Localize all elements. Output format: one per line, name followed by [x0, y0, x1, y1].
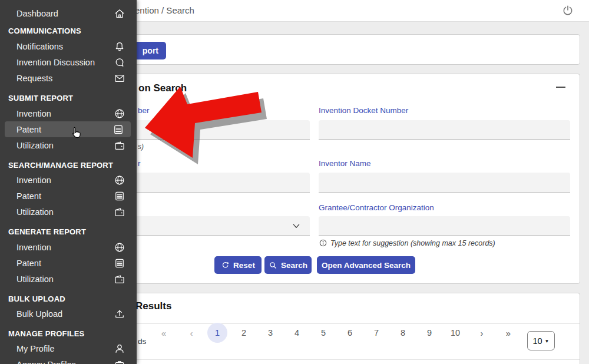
logout-power-button[interactable]: [561, 4, 574, 17]
collapse-icon[interactable]: [556, 87, 565, 88]
globe-icon: [114, 174, 125, 186]
pagination-first[interactable]: «: [154, 323, 174, 343]
upload-icon: [114, 308, 125, 320]
docket-number-input[interactable]: [319, 120, 570, 140]
sidebar-item-generate-patent[interactable]: Patent: [0, 255, 137, 271]
sidebar-item-dashboard[interactable]: Dashboard: [0, 5, 137, 21]
sidebar-section-submit-report: SUBMIT REPORT: [8, 93, 73, 102]
sidebar-item-generate-utilization[interactable]: Utilization: [0, 271, 137, 287]
grantee-org-label: Grantee/Contractor Organization: [319, 203, 434, 212]
sidebar-item-agency-profiles[interactable]: Agency Profiles: [0, 356, 137, 364]
sidebar-section-generate-report: GENERATE REPORT: [8, 227, 86, 236]
sidebar-item-search-utilization[interactable]: Utilization: [0, 204, 137, 220]
briefcase-icon: [114, 359, 125, 364]
inventor-name-input[interactable]: [319, 173, 570, 193]
red-arrow-annotation: [135, 77, 271, 171]
pagination-page-10[interactable]: 10: [445, 323, 465, 343]
sidebar-item-submit-invention[interactable]: Invention: [0, 105, 137, 121]
results-title: Results: [135, 300, 171, 312]
bell-icon: [114, 41, 125, 52]
sidebar-item-search-patent[interactable]: Patent: [0, 188, 137, 204]
pagination-page-5[interactable]: 5: [313, 323, 333, 343]
home-icon: [114, 8, 125, 19]
sidebar-section-manage-profiles: MANAGE PROFILES: [8, 329, 84, 338]
suggestion-note: Type text for suggestion (showing max 15…: [319, 239, 495, 247]
sidebar-nav: Dashboard COMMUNICATIONS Notifications I…: [0, 0, 137, 364]
search-button[interactable]: Search: [264, 256, 312, 274]
sidebar-section-bulk-upload: BULK UPLOAD: [8, 294, 65, 303]
inventor-name-label: Inventor Name: [319, 159, 371, 168]
pagination-page-2[interactable]: 2: [234, 323, 254, 343]
sidebar-item-submit-patent[interactable]: Patent: [5, 121, 131, 137]
pagination-page-3[interactable]: 3: [260, 323, 280, 343]
pagination-page-8[interactable]: 8: [393, 323, 413, 343]
mouse-cursor-icon: [70, 127, 82, 139]
sidebar-item-notifications[interactable]: Notifications: [0, 38, 137, 54]
globe-icon: [114, 108, 125, 120]
globe-icon: [114, 241, 125, 253]
chevron-down-icon: [292, 223, 300, 229]
wallet-icon: [114, 206, 125, 218]
sidebar-item-search-invention[interactable]: Invention: [0, 172, 137, 188]
document-icon: [114, 190, 125, 202]
docket-number-label: Invention Docket Number: [319, 106, 408, 115]
document-icon: [112, 124, 124, 135]
refresh-icon: [221, 261, 230, 270]
pagination-page-6[interactable]: 6: [340, 323, 360, 343]
pagination-page-7[interactable]: 7: [366, 323, 386, 343]
records-count-fragment: ds: [138, 337, 146, 346]
sidebar-item-my-profile[interactable]: My Profile: [0, 340, 137, 356]
power-icon: [561, 4, 574, 17]
sidebar-section-communications: COMMUNICATIONS: [8, 26, 81, 35]
sidebar-item-invention-discussion[interactable]: Invention Discussion: [0, 54, 137, 70]
pagination-page-9[interactable]: 9: [419, 323, 439, 343]
mail-icon: [114, 72, 125, 84]
app-screen: ention / Search port on Search ber s) In…: [0, 0, 589, 364]
chat-icon: [114, 57, 125, 68]
pagination-last[interactable]: »: [498, 323, 518, 343]
open-advanced-search-button[interactable]: Open Advanced Search: [317, 256, 415, 274]
sidebar-item-generate-invention[interactable]: Invention: [0, 239, 137, 255]
document-icon: [114, 257, 125, 269]
sidebar-item-requests[interactable]: Requests: [0, 70, 137, 86]
search-icon: [269, 261, 277, 270]
breadcrumb: ention / Search: [135, 5, 194, 15]
wallet-icon: [114, 140, 125, 151]
sidebar-item-submit-utilization[interactable]: Utilization: [0, 137, 137, 153]
select-caret-icon: ▼: [545, 339, 550, 344]
grantee-org-input[interactable]: [319, 216, 570, 236]
reset-button[interactable]: Reset: [214, 256, 262, 274]
info-icon: [319, 239, 327, 247]
sidebar-item-bulk-upload[interactable]: Bulk Upload: [0, 306, 137, 322]
sidebar-section-search-manage-report: SEARCH/MANAGE REPORT: [8, 160, 113, 170]
pagination-next[interactable]: ›: [472, 323, 492, 343]
pagination-page-1[interactable]: 1: [207, 323, 227, 343]
person-icon: [114, 343, 125, 355]
page-size-select[interactable]: 10 ▼: [527, 331, 555, 350]
pagination-prev[interactable]: ‹: [181, 323, 201, 343]
wallet-icon: [114, 273, 125, 285]
pagination-page-4[interactable]: 4: [287, 323, 307, 343]
